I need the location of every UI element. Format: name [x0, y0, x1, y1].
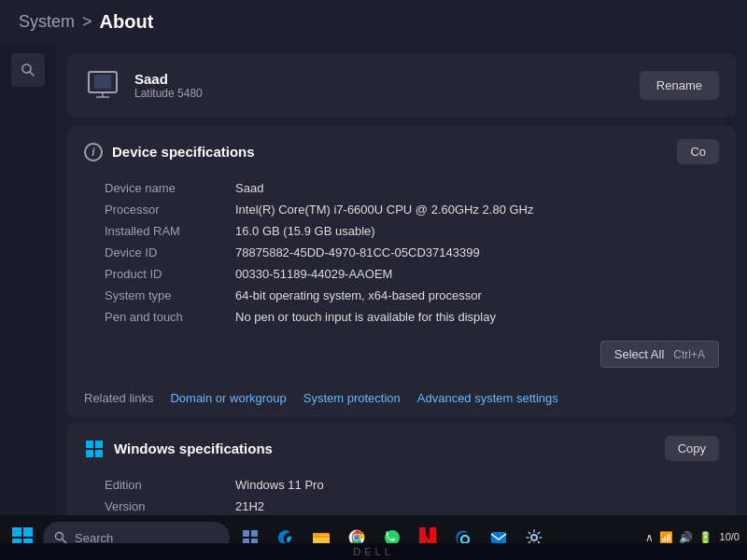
content-area: Saad Latitude 5480 Rename i Device speci…: [56, 44, 747, 516]
svg-rect-17: [243, 530, 249, 537]
spec-value: 00330-51189-44029-AAOEM: [235, 267, 719, 281]
spec-value: Saad: [235, 181, 719, 195]
breadcrumb-separator: >: [82, 12, 92, 32]
dell-bar: DELL: [0, 543, 747, 560]
spec-label: Device ID: [105, 245, 235, 259]
table-row: Device ID78875882-45DD-4970-81CC-05CD371…: [105, 242, 719, 263]
spec-label: Pen and touch: [105, 310, 235, 324]
spec-label: Installed RAM: [105, 224, 235, 238]
dell-logo-text: DELL: [353, 546, 394, 557]
svg-rect-8: [95, 441, 103, 448]
table-row: Installed RAM16.0 GB (15.9 GB usable): [105, 220, 719, 242]
svg-rect-11: [12, 527, 21, 537]
win-section-title-row: Windows specifications: [84, 439, 273, 459]
windows-specs-header: Windows specifications Copy: [67, 423, 736, 470]
spec-label: System type: [105, 288, 235, 302]
spec-label: Device name: [105, 181, 235, 195]
spec-value: Intel(R) Core(TM) i7-6600U CPU @ 2.60GHz…: [235, 203, 719, 217]
svg-rect-12: [23, 527, 33, 537]
select-all-button[interactable]: Select All Ctrl+A: [600, 341, 719, 368]
main-content: Saad Latitude 5480 Rename i Device speci…: [0, 44, 747, 516]
pc-icon: [84, 66, 121, 104]
breadcrumb-about: About: [100, 11, 154, 33]
wifi-icon[interactable]: 📶: [659, 531, 673, 544]
table-row: Product ID00330-51189-44029-AAOEM: [105, 263, 719, 285]
table-row: ProcessorIntel(R) Core(TM) i7-6600U CPU …: [105, 199, 719, 220]
spec-value: 78875882-45DD-4970-81CC-05CD37143399: [235, 245, 719, 259]
table-row: EditionWindows 11 Pro: [105, 474, 719, 496]
taskbar-system-icons: ∧ 📶 🔊 🔋: [645, 531, 712, 544]
pc-model: Latitude 5480: [134, 87, 203, 100]
spec-value: 64-bit operating system, x64-based proce…: [235, 288, 719, 302]
svg-point-32: [531, 535, 537, 540]
windows-icon: [84, 439, 105, 459]
svg-point-15: [56, 533, 63, 540]
table-row: Pen and touchNo pen or touch input is av…: [105, 306, 719, 328]
related-links: Related links Domain or workgroupSystem …: [67, 377, 736, 417]
svg-rect-18: [251, 530, 258, 537]
windows-specs-title: Windows specifications: [114, 441, 273, 456]
table-row: System type64-bit operating system, x64-…: [105, 285, 719, 306]
breadcrumb-system[interactable]: System: [19, 12, 75, 32]
section-title-row: i Device specifications: [84, 143, 255, 161]
svg-rect-9: [86, 450, 93, 457]
pc-info-left: Saad Latitude 5480: [84, 66, 203, 104]
info-icon: i: [84, 143, 103, 161]
device-specs-header: i Device specifications Co: [67, 126, 736, 174]
page-header: System > About: [0, 0, 747, 44]
spec-value: Windows 11 Pro: [235, 478, 719, 492]
windows-specs-table: EditionWindows 11 ProVersion21H2Installe…: [67, 470, 736, 516]
device-specs-title: Device specifications: [112, 144, 255, 160]
spec-value: 16.0 GB (15.9 GB usable): [235, 224, 719, 238]
spec-label: Processor: [105, 203, 235, 217]
svg-rect-10: [95, 450, 103, 457]
spec-label: Version: [105, 499, 235, 513]
pc-name: Saad: [134, 71, 203, 87]
svg-rect-31: [491, 532, 506, 543]
svg-point-25: [354, 535, 359, 540]
windows-specs-section: Windows specifications Copy EditionWindo…: [67, 423, 736, 516]
related-links-label: Related links: [84, 391, 153, 405]
battery-icon[interactable]: 🔋: [698, 531, 712, 544]
table-row: Device nameSaad: [105, 177, 719, 199]
svg-line-1: [30, 72, 34, 76]
svg-rect-3: [94, 75, 111, 89]
breadcrumb: System > About: [19, 11, 153, 33]
spec-value: No pen or touch input is available for t…: [235, 310, 719, 324]
related-link[interactable]: Advanced system settings: [417, 391, 558, 405]
device-specs-section: i Device specifications Co Device nameSa…: [67, 126, 736, 417]
volume-icon[interactable]: 🔊: [679, 531, 693, 544]
select-all-container: Select All Ctrl+A: [67, 337, 736, 377]
copy-windows-button[interactable]: Copy: [665, 436, 719, 461]
select-all-label: Select All: [614, 347, 664, 361]
rename-button[interactable]: Rename: [640, 71, 719, 100]
pc-details: Saad Latitude 5480: [134, 71, 203, 100]
related-link[interactable]: System protection: [303, 391, 401, 405]
spec-label: Edition: [105, 478, 235, 492]
table-row: Version21H2: [105, 496, 719, 516]
spec-value: 21H2: [235, 499, 719, 513]
svg-rect-7: [86, 441, 93, 448]
chevron-up-icon[interactable]: ∧: [645, 531, 654, 544]
pc-info-card: Saad Latitude 5480 Rename: [67, 53, 736, 117]
svg-rect-23: [313, 533, 320, 536]
copy-partial-button[interactable]: Co: [677, 139, 719, 164]
related-link[interactable]: Domain or workgroup: [170, 391, 286, 405]
device-specs-table: Device nameSaadProcessorIntel(R) Core(TM…: [67, 174, 736, 337]
select-all-shortcut: Ctrl+A: [673, 348, 705, 361]
spec-label: Product ID: [105, 267, 235, 281]
sidebar-search-icon[interactable]: [11, 53, 45, 87]
sidebar: [0, 44, 56, 516]
